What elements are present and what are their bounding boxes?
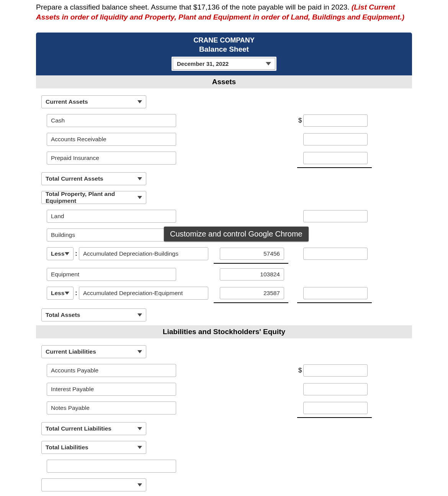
dd-label: Current Liabilities — [46, 348, 96, 355]
dd-label: Total Liabilities — [46, 444, 88, 451]
txt-label: Buildings — [51, 232, 75, 238]
dd-total-liab[interactable]: Total Liabilities — [41, 441, 146, 454]
sheet-title: Balance Sheet — [36, 45, 412, 54]
dd-label: Total Assets — [46, 312, 80, 318]
txt-label: Accounts Payable — [51, 367, 98, 374]
dd-total-ca[interactable]: Total Current Assets — [41, 172, 146, 185]
num-equipment[interactable]: 103824 — [220, 268, 284, 281]
txt-label: Notes Payable — [51, 405, 90, 411]
instructions: Prepare a classified balance sheet. Assu… — [36, 0, 412, 22]
num-equipment-net[interactable] — [303, 287, 368, 299]
txt-empty-1[interactable] — [47, 460, 176, 473]
currency-symbol: $ — [298, 117, 302, 124]
txt-notes-payable[interactable]: Notes Payable — [47, 401, 176, 414]
chevron-down-icon — [137, 196, 142, 199]
num-ap[interactable] — [303, 364, 368, 377]
txt-cash[interactable]: Cash — [47, 114, 176, 127]
dd-current-liab[interactable]: Current Liabilities — [41, 345, 146, 358]
dd-less-2[interactable]: Less — [47, 287, 74, 300]
dd-label: Less — [51, 290, 64, 297]
txt-label: Land — [51, 213, 64, 220]
date-value: December 31, 2022 — [177, 60, 229, 67]
chevron-down-icon — [137, 177, 142, 180]
num-cash[interactable] — [303, 114, 368, 127]
chevron-down-icon — [137, 483, 142, 486]
company-name: CRANE COMPANY — [36, 36, 412, 44]
underline — [297, 167, 372, 168]
dd-label: Total Property, Plant and Equipment — [46, 191, 137, 204]
chevron-down-icon — [65, 252, 69, 255]
underline — [214, 302, 288, 303]
lse-section-header: Liabilities and Stockholders' Equity — [36, 325, 412, 338]
dd-label: Less — [51, 250, 64, 257]
txt-buildings[interactable]: Buildings — [47, 228, 176, 241]
dd-total-assets[interactable]: Total Assets — [41, 308, 146, 321]
dd-label: Current Assets — [46, 98, 88, 105]
num-value: 103824 — [260, 271, 280, 278]
chevron-down-icon — [266, 62, 271, 65]
colon: : — [74, 290, 79, 297]
txt-interest-payable[interactable]: Interest Payable — [47, 383, 176, 396]
txt-equipment[interactable]: Equipment — [47, 268, 176, 281]
dd-total-ppe[interactable]: Total Property, Plant and Equipment — [41, 191, 146, 204]
currency-symbol: $ — [298, 367, 302, 374]
chevron-down-icon — [137, 100, 142, 103]
date-select-wrapper: December 31, 2022 — [172, 57, 276, 71]
num-prepaid[interactable] — [303, 152, 368, 164]
txt-label: Accounts Receivable — [51, 136, 106, 143]
dd-total-cl[interactable]: Total Current Liabilities — [41, 422, 146, 435]
underline — [297, 302, 372, 303]
dd-current-assets[interactable]: Current Assets — [41, 95, 146, 108]
underline — [297, 417, 372, 418]
chevron-down-icon — [65, 292, 69, 295]
dd-less-1[interactable]: Less — [47, 247, 74, 260]
txt-ad-equipment[interactable]: Accumulated Depreciation-Equipment — [79, 287, 208, 300]
txt-land[interactable]: Land — [47, 210, 176, 223]
txt-ap[interactable]: Accounts Payable — [47, 364, 176, 377]
txt-label: Prepaid Insurance — [51, 155, 99, 162]
num-value: 57456 — [263, 250, 280, 257]
balance-sheet-header: CRANE COMPANY Balance Sheet December 31,… — [36, 33, 412, 75]
num-notes-payable[interactable] — [303, 402, 368, 414]
txt-label: Interest Payable — [51, 386, 94, 393]
num-land[interactable] — [303, 210, 368, 222]
txt-ar[interactable]: Accounts Receivable — [47, 133, 176, 146]
chevron-down-icon — [137, 313, 142, 317]
chevron-down-icon — [137, 446, 142, 449]
num-buildings-net[interactable] — [303, 248, 368, 260]
num-ad-equipment[interactable]: 23587 — [220, 287, 284, 299]
num-value: 23587 — [263, 290, 280, 297]
num-interest-payable[interactable] — [303, 383, 368, 395]
dd-label: Total Current Assets — [46, 175, 103, 182]
txt-label: Accumulated Depreciation-Buildings — [83, 250, 178, 257]
instructions-text: Prepare a classified balance sheet. Assu… — [36, 3, 352, 11]
date-select[interactable]: December 31, 2022 — [173, 58, 275, 70]
num-ad-buildings[interactable]: 57456 — [220, 248, 284, 260]
assets-section-header: Assets — [36, 75, 412, 88]
underline — [214, 263, 288, 264]
txt-ad-buildings[interactable]: Accumulated Depreciation-Buildings — [79, 247, 208, 260]
txt-label: Accumulated Depreciation-Equipment — [83, 290, 183, 297]
chevron-down-icon — [137, 427, 142, 430]
dd-empty-1[interactable] — [41, 478, 146, 491]
dd-label: Total Current Liabilities — [46, 425, 111, 432]
txt-prepaid[interactable]: Prepaid Insurance — [47, 152, 176, 165]
colon: : — [74, 250, 79, 257]
txt-label: Equipment — [51, 271, 79, 278]
chevron-down-icon — [137, 350, 142, 353]
txt-label: Cash — [51, 117, 65, 124]
num-ar[interactable] — [303, 133, 368, 145]
chrome-tooltip: Customize and control Google Chrome — [164, 227, 309, 241]
